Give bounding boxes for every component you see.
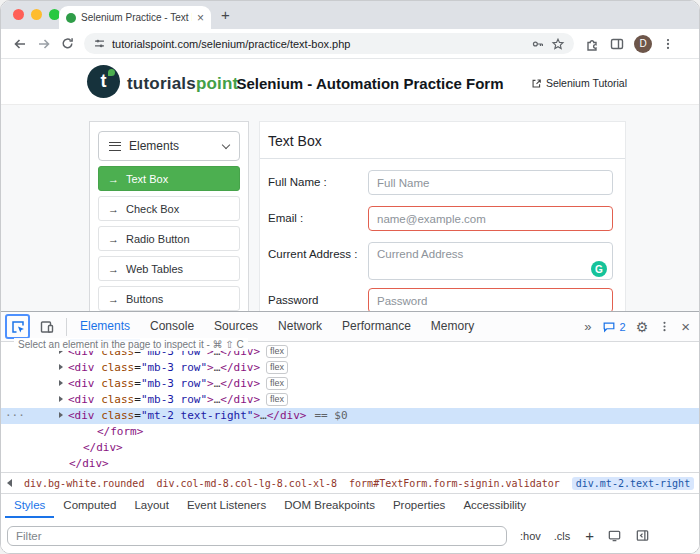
breadcrumb-scroll-left-icon[interactable] (7, 479, 12, 487)
tab-layout[interactable]: Layout (125, 494, 178, 518)
close-window-button[interactable] (13, 9, 24, 20)
site-settings-icon[interactable] (93, 37, 106, 50)
rendering-emulation-button[interactable] (607, 528, 622, 543)
tab-sources[interactable]: Sources (204, 312, 268, 341)
tab-accessibility[interactable]: Accessibility (454, 494, 535, 518)
devtools-menu-icon[interactable] (658, 320, 671, 333)
tab-elements[interactable]: Elements (70, 312, 140, 341)
sidebar-item-check-box[interactable]: →Check Box (98, 196, 240, 221)
tab-performance[interactable]: Performance (332, 312, 421, 341)
new-tab-button[interactable]: + (221, 6, 230, 23)
page-title: Selenium - Automation Practice Form (171, 75, 569, 92)
new-style-rule-button[interactable]: + (585, 528, 594, 543)
back-icon (12, 36, 28, 52)
full-name-input[interactable] (368, 170, 613, 195)
device-toolbar-icon (39, 319, 55, 335)
expand-arrow-icon[interactable] (59, 364, 63, 370)
email-label: Email : (268, 211, 360, 225)
tab-network[interactable]: Network (268, 312, 332, 341)
browser-window: Selenium Practice - Text Box × + tutoria… (0, 0, 700, 554)
issues-bubble-icon (602, 320, 616, 334)
expand-arrow-icon[interactable] (59, 412, 63, 418)
browser-toolbar: tutorialspoint.com/selenium/practice/tex… (1, 29, 699, 59)
password-field[interactable] (368, 288, 613, 311)
bookmark-star-icon[interactable] (551, 37, 565, 51)
issues-button[interactable]: 2 (602, 320, 626, 334)
inspect-tooltip: Select an element in the page to inspect… (14, 338, 248, 351)
back-button[interactable] (9, 33, 30, 54)
tab-properties[interactable]: Properties (384, 494, 454, 518)
panel-collapse-icon (635, 528, 650, 543)
tab-styles[interactable]: Styles (5, 494, 54, 518)
sidebar-header-dropdown[interactable]: Elements (98, 131, 240, 161)
forward-button[interactable] (33, 33, 54, 54)
selenium-tutorial-link[interactable]: Selenium Tutorial (531, 77, 627, 89)
element-classes-button[interactable]: .cls (554, 530, 571, 542)
dom-tree-row[interactable]: <div class="mb-3 row">…</div>flex (1, 360, 699, 376)
tutorialspoint-logo[interactable]: t (87, 65, 120, 98)
minimize-window-button[interactable] (31, 9, 42, 20)
browser-tab[interactable]: Selenium Practice - Text Box × (59, 6, 211, 29)
devtools-toolbar-right: » 2 ⚙ × (584, 319, 699, 334)
styles-filter-input[interactable] (7, 526, 507, 546)
expand-arrow-icon[interactable] (59, 396, 63, 402)
toolbar-divider (66, 318, 67, 336)
breadcrumb-item-selected[interactable]: div.mt-2.text-right (572, 477, 694, 490)
current-address-row: Current Address : G (268, 242, 613, 280)
tab-memory[interactable]: Memory (421, 312, 484, 341)
form-title: Text Box (260, 122, 625, 159)
hamburger-icon (109, 142, 121, 151)
inline-ellipsis[interactable]: … (260, 409, 267, 422)
tab-strip: Selenium Practice - Text Box × + (1, 1, 699, 29)
external-link-icon (531, 78, 542, 89)
current-address-textarea[interactable] (368, 242, 613, 280)
breadcrumb-item[interactable]: div.col-md-8.col-lg-8.col-xl-8 (156, 478, 337, 489)
tab-event-listeners[interactable]: Event Listeners (178, 494, 275, 518)
flex-badge[interactable]: flex (266, 361, 288, 374)
reload-icon (60, 36, 75, 51)
sidebar-item-label: Radio Button (126, 233, 190, 245)
devtools-settings-gear-icon[interactable]: ⚙ (636, 320, 649, 334)
password-key-icon[interactable] (531, 37, 545, 51)
toggle-sidebar-button[interactable] (635, 528, 650, 543)
more-tabs-button[interactable]: » (584, 319, 591, 334)
browser-menu-icon[interactable] (661, 37, 675, 51)
flex-badge[interactable]: flex (266, 345, 288, 358)
toggle-element-state-button[interactable]: :hov (520, 530, 541, 542)
device-toolbar-button[interactable] (35, 315, 59, 339)
dom-tree-row[interactable]: <div class="mb-3 row">…</div>flex (1, 376, 699, 392)
styles-filter-bar: :hov .cls + (1, 518, 699, 553)
full-name-label: Full Name : (268, 175, 360, 189)
breadcrumb-item[interactable]: div.bg-white.rounded (24, 478, 144, 489)
dom-tree-row[interactable]: </div> (1, 456, 699, 472)
sidebar-item-radio-button[interactable]: →Radio Button (98, 226, 240, 251)
dom-tree-row[interactable]: </form> (1, 424, 699, 440)
email-field[interactable] (368, 206, 613, 231)
tab-close-icon[interactable]: × (197, 13, 204, 23)
dom-tree-row[interactable]: </div> (1, 440, 699, 456)
inspect-element-button[interactable] (5, 314, 30, 339)
dom-tree-row[interactable]: <div class="mb-3 row">…</div>flex (1, 392, 699, 408)
arrow-right-icon: → (108, 263, 119, 275)
url-bar[interactable]: tutorialspoint.com/selenium/practice/tex… (84, 33, 574, 54)
reload-button[interactable] (57, 33, 78, 54)
breadcrumb: div.bg-white.rounded div.col-md-8.col-lg… (1, 472, 699, 493)
sidebar-item-label: Web Tables (126, 263, 183, 275)
tab-console[interactable]: Console (140, 312, 204, 341)
expand-arrow-icon[interactable] (59, 380, 63, 386)
sidebar-item-buttons[interactable]: →Buttons (98, 286, 240, 311)
breadcrumb-item[interactable]: form#TextForm.form-signin.validator (349, 478, 560, 489)
flex-badge[interactable]: flex (266, 393, 288, 406)
row-more-actions[interactable]: ··· (5, 408, 25, 424)
sidebar-item-web-tables[interactable]: →Web Tables (98, 256, 240, 281)
side-panel-icon[interactable] (609, 36, 625, 52)
tab-dom-breakpoints[interactable]: DOM Breakpoints (275, 494, 384, 518)
tab-computed[interactable]: Computed (54, 494, 125, 518)
extensions-puzzle-icon[interactable] (584, 36, 600, 52)
profile-avatar[interactable]: D (634, 35, 652, 53)
devtools-close-icon[interactable]: × (681, 319, 690, 334)
grammarly-icon[interactable]: G (591, 261, 607, 277)
dom-tree-row-selected[interactable]: ···<div class="mt-2 text-right">…</div>=… (1, 408, 699, 424)
flex-badge[interactable]: flex (266, 377, 288, 390)
sidebar-item-text-box[interactable]: →Text Box (98, 166, 240, 191)
